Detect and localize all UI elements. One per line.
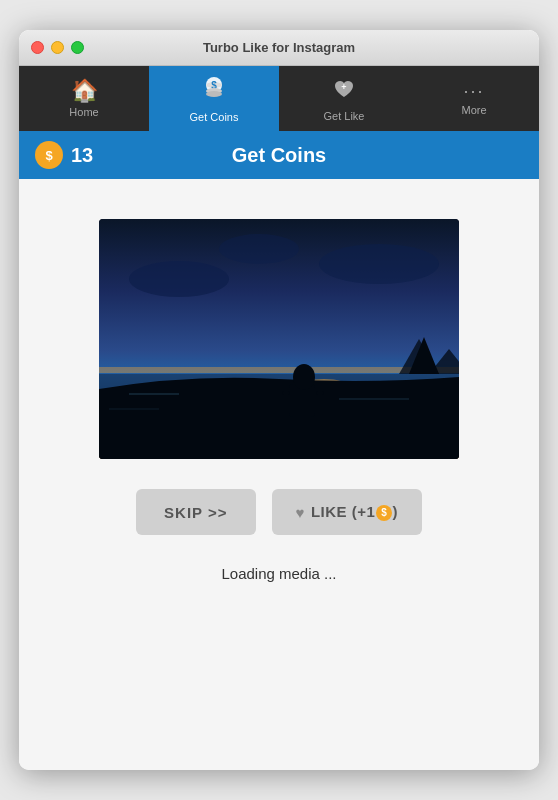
- coins-icon: $: [200, 75, 228, 107]
- coin-icon-inline: $: [376, 505, 392, 521]
- coin-badge: $: [35, 141, 63, 169]
- header-bar: $ 13 Get Coins: [19, 131, 539, 179]
- more-icon: ···: [463, 82, 484, 100]
- nav-coins-label: Get Coins: [190, 111, 239, 123]
- coin-count: 13: [71, 144, 93, 167]
- svg-point-15: [219, 234, 299, 264]
- svg-point-13: [129, 261, 229, 297]
- svg-point-19: [293, 364, 315, 390]
- app-window: Turbo Like for Instagram 🏠 Home $ Get Co…: [19, 30, 539, 770]
- nav-like-label: Get Like: [324, 110, 365, 122]
- skip-button[interactable]: SKIP >>: [136, 489, 255, 535]
- loading-status: Loading media ...: [221, 565, 336, 582]
- nav-item-more[interactable]: ··· More: [409, 66, 539, 131]
- nav-bar: 🏠 Home $ Get Coins + G: [19, 66, 539, 131]
- like-button-label: LIKE (+1$): [311, 503, 398, 521]
- header-inner: $ 13 Get Coins: [35, 141, 523, 169]
- svg-rect-20: [282, 391, 290, 395]
- media-image: [99, 219, 459, 459]
- window-controls: [31, 41, 84, 54]
- svg-text:+: +: [341, 82, 346, 92]
- home-icon: 🏠: [71, 80, 98, 102]
- minimize-button[interactable]: [51, 41, 64, 54]
- nav-item-get-coins[interactable]: $ Get Coins: [149, 66, 279, 131]
- coin-dollar-sign: $: [45, 148, 52, 163]
- nav-more-label: More: [461, 104, 486, 116]
- svg-rect-21: [316, 391, 324, 395]
- svg-rect-22: [99, 439, 459, 459]
- title-bar: Turbo Like for Instagram: [19, 30, 539, 66]
- heart-icon: ♥: [296, 504, 305, 521]
- action-buttons: SKIP >> ♥ LIKE (+1$): [136, 489, 422, 535]
- svg-point-14: [319, 244, 439, 284]
- page-title: Get Coins: [232, 144, 326, 167]
- window-title: Turbo Like for Instagram: [203, 40, 355, 55]
- nav-item-home[interactable]: 🏠 Home: [19, 66, 149, 131]
- nav-item-get-like[interactable]: + Get Like: [279, 66, 409, 131]
- heart-plus-icon: +: [331, 76, 357, 106]
- main-content: SKIP >> ♥ LIKE (+1$) Loading media ...: [19, 179, 539, 770]
- like-button[interactable]: ♥ LIKE (+1$): [272, 489, 422, 535]
- nav-home-label: Home: [69, 106, 98, 118]
- close-button[interactable]: [31, 41, 44, 54]
- maximize-button[interactable]: [71, 41, 84, 54]
- svg-point-4: [206, 91, 222, 97]
